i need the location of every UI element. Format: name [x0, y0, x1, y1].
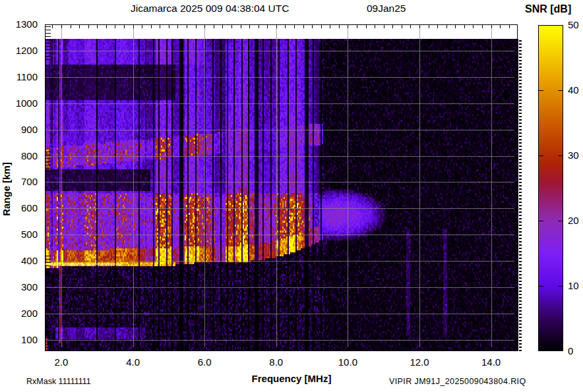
plot-date: 09Jan25	[367, 3, 406, 14]
colorbar-tick-label: 10	[568, 280, 583, 292]
heatmap-canvas	[45, 24, 523, 351]
rxmask-text: RxMask 11111111	[26, 377, 91, 386]
ionogram-figure: Jicamarca 2025 009 04:38:04 UTC 09Jan25 …	[0, 0, 583, 392]
x-tick-label: 6.0	[190, 356, 219, 368]
y-tick-label: 1100	[0, 71, 38, 83]
x-tick-label: 8.0	[262, 356, 291, 368]
y-tick-label: 300	[0, 281, 38, 293]
y-tick-label: 400	[0, 255, 38, 267]
x-tick-label: 2.0	[47, 356, 76, 368]
colorbar-canvas	[538, 25, 563, 351]
y-tick-label: 200	[0, 308, 38, 320]
colorbar-title: SNR [dB]	[525, 3, 571, 15]
x-tick-label: 10.0	[333, 356, 362, 368]
y-tick-label: 1200	[0, 45, 38, 57]
x-tick-label: 14.0	[477, 356, 506, 368]
plot-title: Jicamarca 2025 009 04:38:04 UTC	[131, 3, 289, 14]
colorbar-tick-label: 30	[568, 150, 583, 161]
colorbar-tick-label: 0	[568, 345, 583, 357]
y-tick-label: 100	[0, 334, 38, 346]
x-axis-title: Frequency [MHz]	[239, 373, 344, 384]
y-tick-label: 1300	[0, 18, 38, 30]
colorbar-tick-label: 20	[568, 215, 583, 227]
colorbar-tick-label: 40	[568, 84, 583, 96]
colorbar-tick-label: 50	[568, 19, 583, 31]
x-tick-label: 4.0	[119, 356, 148, 368]
file-text: VIPIR JM91J_2025009043804.RIQ	[389, 377, 526, 386]
x-tick-label: 12.0	[405, 356, 434, 368]
y-tick-label: 1000	[0, 98, 38, 109]
y-tick-label: 900	[0, 124, 38, 136]
y-axis-title: Range [km]	[1, 146, 13, 232]
